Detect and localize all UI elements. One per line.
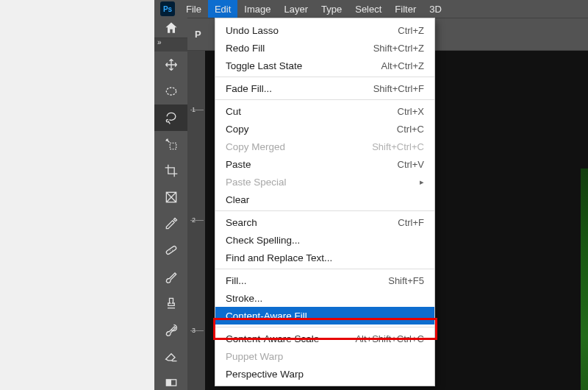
menu-item-toggle-last-state[interactable]: Toggle Last StateAlt+Ctrl+Z [215, 57, 434, 74]
home-icon [164, 21, 179, 35]
menu-item-shortcut: Shift+Ctrl+F [373, 83, 424, 94]
clone-stamp-tool-icon [164, 296, 179, 311]
marquee-tool[interactable] [154, 78, 187, 104]
menu-image[interactable]: Image [237, 0, 277, 18]
image-content [581, 169, 588, 390]
ruler-tick: 2 [192, 216, 196, 224]
menu-item-cut[interactable]: CutCtrl+X [215, 102, 434, 120]
options-label: P [195, 29, 201, 40]
menu-item-puppet-warp: Puppet Warp [215, 347, 434, 365]
move-tool-icon [164, 57, 179, 72]
healing-brush-tool[interactable] [154, 237, 187, 263]
menu-item-clear[interactable]: Clear [215, 191, 434, 208]
quick-select-tool[interactable] [154, 131, 187, 157]
submenu-arrow-icon: ▸ [420, 177, 424, 187]
menu-item-label: Copy [226, 124, 397, 135]
eyedropper-tool[interactable] [154, 210, 187, 237]
frame-tool[interactable] [154, 184, 187, 210]
menu-item-label: Toggle Last State [226, 60, 381, 71]
menu-item-paste-special: Paste Special▸ [215, 173, 434, 191]
collapse-toggle[interactable]: » [154, 38, 187, 52]
menu-item-label: Search [226, 217, 398, 228]
menu-item-copy-merged: Copy MergedShift+Ctrl+C [215, 138, 434, 155]
menu-filter[interactable]: Filter [388, 0, 423, 18]
menu-item-undo-lasso[interactable]: Undo LassoCtrl+Z [215, 21, 434, 39]
menu-item-label: Cut [226, 106, 398, 117]
menu-item-check-spelling[interactable]: Check Spelling... [215, 231, 434, 249]
menu-item-shortcut: Shift+F5 [388, 275, 424, 286]
clone-stamp-tool[interactable] [154, 290, 187, 316]
menu-item-fill[interactable]: Fill...Shift+F5 [215, 272, 434, 289]
svg-rect-3 [165, 246, 176, 255]
menu-item-label: Stroke... [226, 293, 424, 304]
edit-menu-dropdown: Undo LassoCtrl+ZRedo FillShift+Ctrl+ZTog… [215, 18, 435, 386]
history-brush-tool[interactable] [154, 316, 187, 343]
svg-point-0 [166, 88, 176, 95]
menu-item-label: Find and Replace Text... [226, 252, 424, 263]
gradient-tool[interactable] [154, 369, 187, 390]
brush-tool[interactable] [154, 263, 187, 290]
menu-item-find-and-replace-text[interactable]: Find and Replace Text... [215, 249, 434, 266]
menu-item-shortcut: Shift+Ctrl+Z [373, 43, 424, 54]
menu-item-label: Paste [226, 159, 398, 170]
menu-item-shortcut: Ctrl+C [397, 124, 424, 135]
menu-item-content-aware-scale[interactable]: Content-Aware ScaleAlt+Shift+Ctrl+C [215, 330, 434, 347]
menu-item-content-aware-fill[interactable]: Content-Aware Fill... [215, 307, 434, 325]
menu-item-label: Content-Aware Scale [226, 333, 355, 344]
menu-item-label: Perspective Warp [226, 369, 424, 380]
menu-item-stroke[interactable]: Stroke... [215, 289, 434, 307]
menu-item-label: Paste Special [226, 177, 415, 188]
menu-separator [215, 99, 434, 100]
menu-edit[interactable]: Edit [208, 0, 237, 18]
svg-point-5 [172, 249, 173, 250]
menu-file[interactable]: File [179, 0, 208, 18]
menu-3d[interactable]: 3D [423, 0, 448, 18]
menu-item-label: Content-Aware Fill... [226, 311, 424, 322]
menu-item-paste[interactable]: PasteCtrl+V [215, 155, 434, 173]
menu-separator [215, 269, 434, 269]
frame-tool-icon [164, 190, 179, 205]
menu-separator [215, 327, 434, 327]
menu-item-label: Clear [226, 194, 424, 205]
vertical-ruler: 123 [187, 51, 205, 390]
menu-item-label: Check Spelling... [226, 235, 424, 246]
quick-select-tool-icon [164, 137, 179, 152]
menu-item-search[interactable]: SearchCtrl+F [215, 213, 434, 231]
eyedropper-tool-icon [164, 216, 179, 231]
menu-item-copy[interactable]: CopyCtrl+C [215, 120, 434, 138]
menu-item-shortcut: Ctrl+X [398, 106, 424, 117]
app-logo-icon: Ps [160, 1, 175, 16]
menu-item-label: Fade Fill... [226, 83, 373, 94]
menu-item-label: Copy Merged [226, 141, 372, 152]
healing-brush-tool-icon [164, 243, 179, 258]
menu-item-label: Puppet Warp [226, 351, 424, 362]
app-window: Ps FileEditImageLayerTypeSelectFilter3D … [154, 0, 588, 390]
menu-item-perspective-warp[interactable]: Perspective Warp [215, 365, 434, 383]
crop-tool[interactable] [154, 157, 187, 184]
menu-item-redo-fill[interactable]: Redo FillShift+Ctrl+Z [215, 39, 434, 57]
menu-item-shortcut: Ctrl+Z [398, 25, 424, 36]
menu-item-fade-fill[interactable]: Fade Fill...Shift+Ctrl+F [215, 79, 434, 97]
menu-item-shortcut: Ctrl+F [398, 217, 424, 228]
eraser-tool[interactable] [154, 343, 187, 369]
menu-item-shortcut: Shift+Ctrl+C [372, 141, 424, 152]
menu-item-label: Undo Lasso [226, 25, 398, 36]
menu-item-shortcut: Alt+Ctrl+Z [381, 60, 424, 71]
menu-item-label: Fill... [226, 275, 388, 286]
marquee-tool-icon [164, 84, 179, 99]
gradient-tool-icon [164, 375, 179, 390]
move-tool[interactable] [154, 52, 187, 78]
menu-type[interactable]: Type [315, 0, 348, 18]
lasso-tool[interactable] [154, 104, 187, 131]
menu-layer[interactable]: Layer [278, 0, 315, 18]
ruler-tick: 1 [192, 106, 196, 113]
menu-separator [215, 77, 434, 77]
menu-select[interactable]: Select [348, 0, 388, 18]
brush-tool-icon [164, 269, 179, 284]
lasso-tool-icon [164, 110, 179, 125]
menu-item-shortcut: Alt+Shift+Ctrl+C [355, 333, 424, 344]
eraser-tool-icon [164, 349, 179, 364]
tool-strip [154, 52, 187, 390]
home-button[interactable] [154, 18, 187, 38]
ruler-tick: 3 [192, 327, 196, 334]
